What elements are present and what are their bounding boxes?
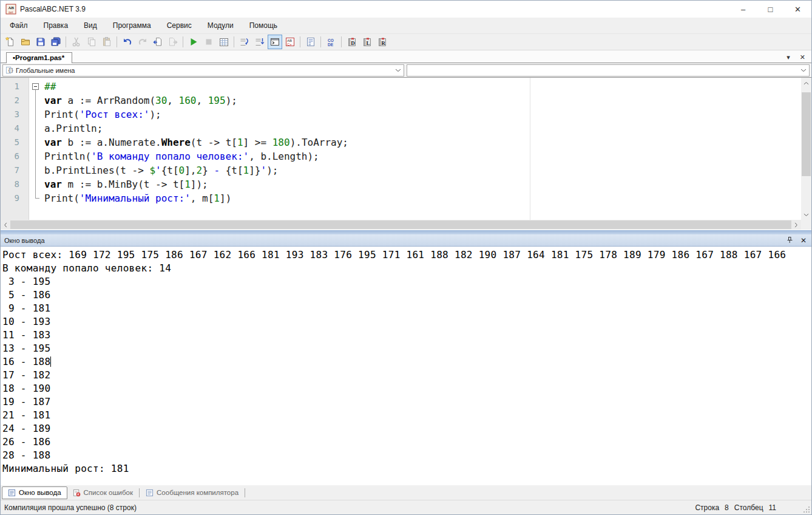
- output-line: 26 - 186: [2, 435, 811, 449]
- code-line-1[interactable]: ##: [41, 80, 801, 94]
- step-over-button[interactable]: [237, 35, 252, 49]
- pin-icon[interactable]: [786, 236, 793, 245]
- fold-guide-end: [35, 198, 39, 199]
- vertical-scroll-thumb[interactable]: [802, 92, 811, 176]
- line-label: Строка: [695, 503, 719, 512]
- code-line-7[interactable]: b.PrintLines(t -> $'{t[0],2} - {t[1]}');: [41, 163, 801, 177]
- panel-splitter[interactable]: [1, 230, 811, 234]
- tab-program1[interactable]: •Program1.pas*: [6, 52, 72, 63]
- code-editor[interactable]: 123456789 ##var a := ArrRandom(30, 160, …: [1, 78, 811, 230]
- new-file-button[interactable]: [3, 35, 18, 49]
- code-line-5[interactable]: var b := a.Numerate.Where(t -> t[1] >= 1…: [41, 135, 801, 149]
- line-number: 8: [1, 177, 29, 191]
- output-line: В команду попало человек: 14: [2, 262, 811, 275]
- menu-item-5[interactable]: Модули: [200, 18, 242, 33]
- output-panel-title: Окно вывода: [4, 237, 45, 244]
- toolbar: ABC+CODEDLR: [1, 33, 811, 50]
- form-designer-button[interactable]: [303, 35, 318, 49]
- menu-item-1[interactable]: Правка: [36, 18, 76, 33]
- minimize-button[interactable]: –: [729, 1, 757, 18]
- scope-combobox[interactable]: {} Глобальные имена: [2, 64, 404, 77]
- output-line: 5 - 186: [2, 288, 811, 302]
- code-line-3[interactable]: Print('Рост всех:');: [41, 107, 801, 121]
- code-templates-button[interactable]: CODE: [324, 35, 339, 49]
- code-line-6[interactable]: Println('В команду попало человек:', b.L…: [41, 149, 801, 163]
- run-button[interactable]: [186, 35, 201, 49]
- save-all-button[interactable]: [49, 35, 63, 49]
- output-icon: [8, 489, 16, 497]
- open-file-button[interactable]: [18, 35, 33, 49]
- code-line-9[interactable]: Print('Минимальный рост:', m[1]): [41, 191, 801, 205]
- chevron-down-icon[interactable]: [395, 69, 401, 72]
- menu-item-3[interactable]: Программа: [105, 18, 159, 33]
- abc-converter-button[interactable]: ABC+: [283, 35, 297, 49]
- output-line: 13 - 195: [2, 342, 811, 355]
- toolbar-separator: [183, 36, 183, 47]
- svg-text:R: R: [381, 40, 385, 46]
- scrollbar-corner: [801, 220, 811, 230]
- output-console[interactable]: Рост всех: 169 172 195 175 186 167 162 1…: [1, 247, 811, 485]
- panel-tab-label: Сообщения компилятора: [157, 489, 239, 496]
- goto-definition-button[interactable]: [151, 35, 165, 49]
- menu-item-2[interactable]: Вид: [76, 18, 105, 33]
- editor-vertical-scrollbar[interactable]: [801, 78, 811, 220]
- member-combobox[interactable]: [407, 64, 810, 77]
- scroll-left-icon[interactable]: [1, 220, 10, 230]
- code-line-8[interactable]: var m := b.MinBy(t -> t[1]);: [41, 177, 801, 191]
- line-value: 8: [725, 503, 729, 512]
- output-line: 28 - 188: [2, 449, 811, 462]
- compile-status: Компиляция прошла успешно (8 строк): [4, 503, 137, 512]
- toolbar-separator: [234, 36, 234, 47]
- save-file-button[interactable]: [33, 35, 48, 49]
- svg-text:AB: AB: [287, 39, 292, 43]
- svg-text:CO: CO: [328, 38, 334, 43]
- line-number: 1: [1, 80, 29, 94]
- step-into-button[interactable]: [252, 35, 267, 49]
- maximize-button[interactable]: □: [757, 1, 784, 18]
- close-button[interactable]: ✕: [784, 1, 811, 18]
- cut-button: [69, 35, 84, 49]
- panel-tab-0[interactable]: Окно вывода: [2, 486, 67, 499]
- fold-collapse-icon[interactable]: [32, 83, 39, 90]
- output-close-icon[interactable]: ✕: [800, 237, 807, 244]
- output-panel-header: Окно вывода ✕: [1, 234, 811, 247]
- horizontal-scroll-thumb[interactable]: [10, 220, 791, 229]
- title-bar: ABnet PascalABC.NET 3.9 – □ ✕: [1, 1, 811, 18]
- help-d-button[interactable]: D: [345, 35, 359, 49]
- compile-button[interactable]: [217, 35, 231, 49]
- menu-item-6[interactable]: Помощь: [242, 18, 285, 33]
- svg-text:DE: DE: [328, 43, 334, 47]
- panel-tab-1[interactable]: Список ошибок: [67, 487, 139, 499]
- tab-list-dropdown-icon[interactable]: ▾: [787, 54, 790, 60]
- help-l-button[interactable]: L: [360, 35, 374, 49]
- resize-grip[interactable]: [802, 505, 810, 513]
- output-line: Минимальный рост: 181: [2, 462, 811, 476]
- document-tab-bar: •Program1.pas* ▾ ✕: [1, 50, 811, 63]
- scope-value: Глобальные имена: [16, 67, 75, 74]
- scroll-right-icon[interactable]: [791, 220, 801, 230]
- code-line-4[interactable]: a.Println;: [41, 121, 801, 135]
- panel-tab-label: Окно вывода: [19, 489, 61, 496]
- output-line: 19 - 187: [2, 395, 811, 409]
- show-console-button[interactable]: [268, 35, 282, 49]
- output-line: 16 - 188: [2, 355, 811, 369]
- tab-close-icon[interactable]: ✕: [800, 54, 805, 60]
- output-line: 18 - 190: [2, 382, 811, 395]
- redo-button: [135, 35, 150, 49]
- scroll-down-icon[interactable]: [801, 210, 811, 220]
- window-title: PascalABC.NET 3.9: [20, 5, 86, 13]
- help-r-button[interactable]: R: [375, 35, 390, 49]
- code-line-2[interactable]: var a := ArrRandom(30, 160, 195);: [41, 94, 801, 107]
- text-caret: [50, 356, 51, 367]
- menu-item-4[interactable]: Сервис: [159, 18, 200, 33]
- svg-text:net: net: [8, 10, 13, 14]
- chevron-down-icon[interactable]: [800, 69, 807, 72]
- code-area[interactable]: ##var a := ArrRandom(30, 160, 195);Print…: [41, 78, 801, 205]
- undo-button[interactable]: [120, 35, 135, 49]
- scroll-up-icon[interactable]: [801, 78, 811, 88]
- status-bar: Компиляция прошла успешно (8 строк) Стро…: [1, 500, 811, 514]
- panel-tab-2[interactable]: Сообщения компилятора: [140, 487, 244, 499]
- editor-horizontal-scrollbar[interactable]: [1, 220, 801, 230]
- output-line: 10 - 193: [2, 315, 811, 329]
- menu-item-0[interactable]: Файл: [2, 18, 36, 33]
